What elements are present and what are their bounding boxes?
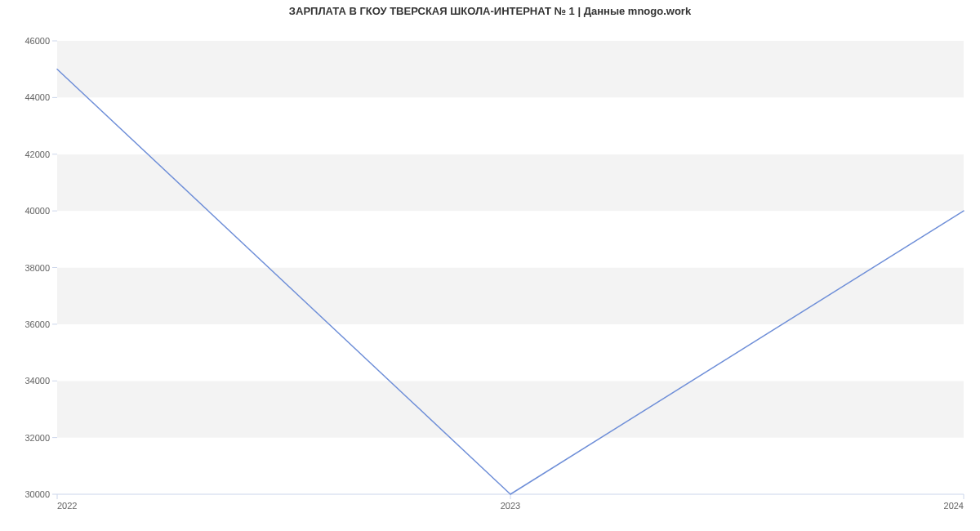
- y-tick-label: 42000: [24, 149, 50, 159]
- y-tick-label: 32000: [24, 433, 50, 443]
- x-tick-label: 2024: [944, 501, 964, 511]
- chart-title: ЗАРПЛАТА В ГКОУ ТВЕРСКАЯ ШКОЛА-ИНТЕРНАТ …: [0, 5, 980, 17]
- y-tick-label: 38000: [24, 263, 50, 273]
- plot-band: [57, 381, 964, 437]
- x-tick-label: 2022: [57, 501, 77, 511]
- x-tick-label: 2023: [501, 501, 520, 511]
- y-tick-label: 36000: [24, 319, 50, 329]
- y-tick-label: 44000: [24, 92, 50, 102]
- y-tick-label: 30000: [24, 489, 50, 499]
- y-tick-label: 40000: [24, 206, 50, 216]
- plot-band: [57, 97, 964, 154]
- chart-svg: 3000032000340003600038000400004200044000…: [0, 0, 980, 531]
- plot-band: [57, 211, 964, 267]
- y-tick-label: 34000: [24, 376, 50, 386]
- plot-band: [57, 154, 964, 211]
- chart-container: ЗАРПЛАТА В ГКОУ ТВЕРСКАЯ ШКОЛА-ИНТЕРНАТ …: [0, 0, 980, 531]
- y-tick-label: 46000: [24, 36, 50, 46]
- plot-band: [57, 41, 964, 97]
- plot-band: [57, 438, 964, 494]
- plot-band: [57, 324, 964, 381]
